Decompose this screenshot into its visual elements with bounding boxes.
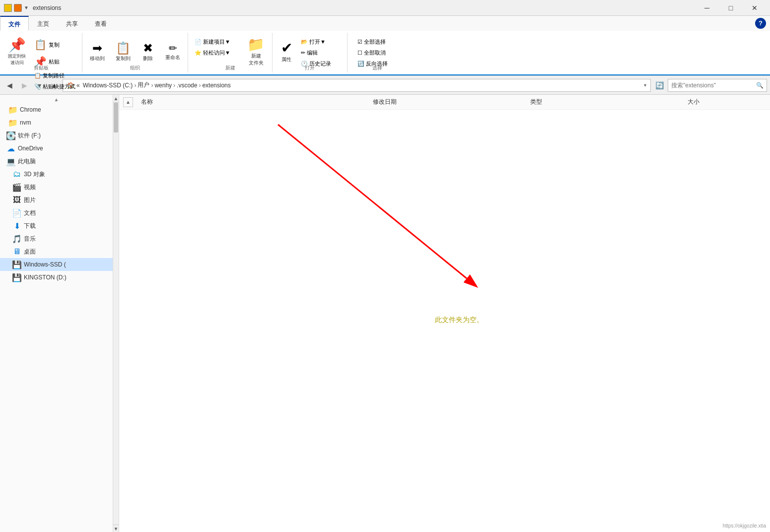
documents-icon: 📄	[12, 208, 22, 218]
scrollbar-down-button[interactable]: ▼	[113, 525, 119, 532]
sidebar-videos-label: 视频	[24, 183, 36, 192]
windows-ssd-icon: 💾	[12, 260, 22, 269]
ribbon-group-open: ✔ 属性 📂 打开▼ ✏ 编辑 🕐 历史记录	[273, 33, 348, 72]
sidebar-item-music[interactable]: 🎵 音乐	[0, 232, 113, 245]
properties-icon: ✔	[281, 41, 292, 55]
sidebar-item-documents[interactable]: 📄 文档	[0, 206, 113, 219]
sidebar-onedrive-label: OneDrive	[18, 145, 43, 152]
path-segment-extensions: extensions	[202, 82, 230, 89]
title-bar-icons: ▼	[4, 4, 29, 12]
sidebar: ▲ 📁 Chrome 📁 nvm 💽 软件 (F:) ☁ OneDrive 💻 …	[0, 95, 119, 532]
sidebar-desktop-label: 桌面	[24, 248, 36, 256]
ribbon-tabs: 文件 主页 共享 查看 ?	[0, 16, 770, 31]
title-icon-1	[4, 4, 12, 12]
path-segment-vscode: .vscode	[177, 82, 197, 89]
sidebar-scroll-up[interactable]: ▲	[0, 96, 113, 103]
sidebar-item-this-pc[interactable]: 💻 此电脑	[0, 155, 113, 168]
copy-button[interactable]: 📋 复制	[32, 37, 78, 53]
sidebar-item-videos[interactable]: 🎬 视频	[0, 181, 113, 194]
copy-path-button[interactable]: 📋 复制路径	[32, 70, 78, 80]
column-size-header[interactable]: 大小	[684, 97, 766, 107]
sidebar-kingston-label: KINGSTON (D:)	[24, 274, 67, 281]
column-date-header[interactable]: 修改日期	[369, 97, 526, 107]
3d-objects-icon: 🗂	[12, 170, 22, 179]
open-group-label: 打开	[273, 65, 347, 71]
copy-path-icon: 📋	[34, 72, 41, 79]
column-name-header[interactable]: 名称	[137, 97, 369, 107]
select-all-button[interactable]: ☑ 全部选择	[355, 37, 400, 47]
easy-access-button[interactable]: ⭐ 轻松访问▼	[192, 48, 242, 58]
path-arrow-3: ›	[173, 82, 175, 89]
sidebar-item-pictures[interactable]: 🖼 图片	[0, 194, 113, 206]
minimize-button[interactable]: ─	[696, 0, 718, 16]
main-area: ▲ 📁 Chrome 📁 nvm 💽 软件 (F:) ☁ OneDrive 💻 …	[0, 95, 770, 532]
search-icon: 🔍	[756, 82, 764, 89]
move-to-icon: ➡	[92, 42, 102, 54]
ribbon-group-new: 📄 新建项目▼ ⭐ 轻松访问▼ 📁 新建 文件夹 新建	[188, 33, 273, 72]
sidebar-music-label: 音乐	[24, 235, 36, 243]
copy-to-icon: 📋	[116, 42, 131, 54]
content-header: ▲ 名称 修改日期 类型 大小	[119, 95, 770, 110]
select-none-icon: ☐	[357, 50, 362, 56]
search-box[interactable]: 🔍	[668, 79, 767, 92]
path-segment-windows-ssd: Windows-SSD (C:)	[83, 82, 133, 89]
title-dropdown-arrow[interactable]: ▼	[24, 5, 29, 10]
scrollbar-thumb[interactable]	[114, 103, 118, 133]
paste-shortcut-button[interactable]: 📎 粘贴快捷方式	[32, 81, 78, 91]
sidebar-item-onedrive[interactable]: ☁ OneDrive	[0, 142, 113, 155]
sidebar-item-downloads[interactable]: ⬇ 下载	[0, 219, 113, 232]
copy-path-label: 复制路径	[43, 72, 65, 79]
ribbon-group-select: ☑ 全部选择 ☐ 全部取消 🔃 反向选择 选择	[348, 33, 407, 72]
sidebar-item-software-f[interactable]: 💽 软件 (F:)	[0, 129, 113, 142]
address-dropdown-arrow: ▾	[644, 82, 646, 88]
address-path[interactable]: 🏠 « Windows-SSD (C:) › 用户 › wenhy › .vsc…	[63, 79, 651, 92]
sidebar-item-3d-objects[interactable]: 🗂 3D 对象	[0, 168, 113, 181]
search-input[interactable]	[671, 82, 756, 89]
select-all-icon: ☑	[357, 39, 362, 45]
copy-to-label: 复制到	[116, 55, 131, 62]
path-arrow-2: ›	[151, 82, 153, 89]
chrome-folder-icon: 📁	[8, 105, 18, 115]
title-bar: ▼ extensions ─ □ ✕	[0, 0, 770, 16]
copy-icon: 📋	[34, 39, 47, 51]
downloads-icon: ⬇	[12, 221, 22, 231]
move-to-label: 移动到	[90, 55, 105, 62]
sidebar-item-kingston[interactable]: 💾 KINGSTON (D:)	[0, 271, 113, 284]
sidebar-item-nvm[interactable]: 📁 nvm	[0, 116, 113, 129]
rename-label: 重命名	[165, 54, 180, 61]
ribbon-content: 📌 固定到快 速访问 📋 复制 📌 粘贴 📋 复制路径	[0, 31, 770, 75]
content-scroll-up[interactable]: ▲	[123, 97, 133, 107]
empty-folder-message: 此文件夹为空。	[435, 316, 484, 325]
edit-button[interactable]: ✏ 编辑	[298, 48, 343, 58]
help-icon[interactable]: ?	[755, 18, 766, 29]
open-button[interactable]: 📂 打开▼	[298, 37, 343, 47]
sidebar-item-desktop[interactable]: 🖥 桌面	[0, 245, 113, 258]
tab-view[interactable]: 查看	[86, 16, 115, 31]
this-pc-icon: 💻	[6, 157, 16, 166]
content-area: ▲ 名称 修改日期 类型 大小 此文件夹为空。 https://okjgozil…	[119, 95, 770, 532]
music-icon: 🎵	[12, 234, 22, 244]
tab-home[interactable]: 主页	[29, 16, 58, 31]
edit-label: 编辑	[307, 49, 318, 57]
sidebar-windows-ssd-label: Windows-SSD (	[24, 261, 66, 268]
close-button[interactable]: ✕	[743, 0, 766, 16]
sidebar-scroll-area: ▲ 📁 Chrome 📁 nvm 💽 软件 (F:) ☁ OneDrive 💻 …	[0, 95, 113, 532]
sidebar-software-f-label: 软件 (F:)	[18, 132, 41, 140]
svg-line-1	[278, 125, 467, 278]
sidebar-item-chrome[interactable]: 📁 Chrome	[0, 103, 113, 116]
organize-group-label: 组织	[82, 65, 188, 71]
videos-icon: 🎬	[12, 183, 22, 192]
tab-file[interactable]: 文件	[0, 16, 29, 31]
maximize-button[interactable]: □	[719, 0, 742, 16]
new-item-button[interactable]: 📄 新建项目▼	[192, 37, 242, 47]
sidebar-item-windows-ssd[interactable]: 💾 Windows-SSD (	[0, 258, 113, 271]
ribbon: 文件 主页 共享 查看 ? 📌 固定到快 速访问 📋 复制 📌	[0, 16, 770, 76]
path-arrow-1: ›	[134, 82, 136, 89]
select-none-button[interactable]: ☐ 全部取消	[355, 48, 400, 58]
software-drive-icon: 💽	[6, 131, 16, 140]
column-type-header[interactable]: 类型	[526, 97, 684, 107]
easy-access-icon: ⭐	[195, 50, 202, 56]
tab-share[interactable]: 共享	[58, 16, 86, 31]
scrollbar-up-button[interactable]: ▲	[113, 95, 119, 103]
refresh-button[interactable]: 🔄	[653, 79, 666, 92]
